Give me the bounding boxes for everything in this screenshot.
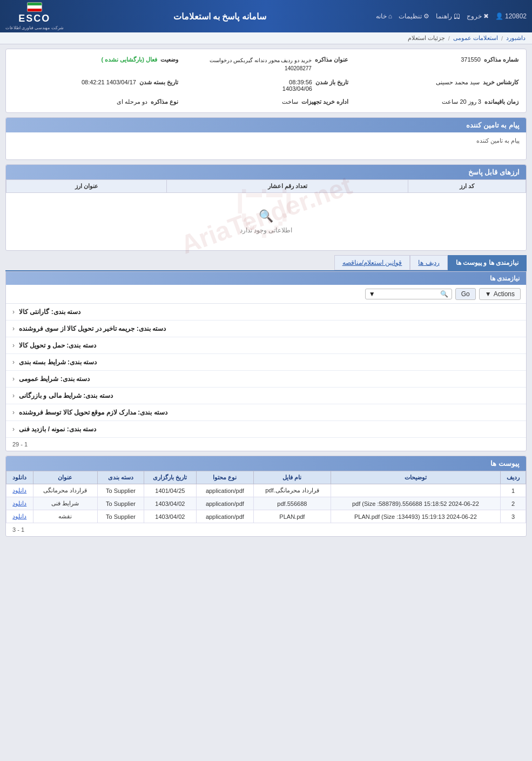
cell-tozih [331, 484, 500, 497]
shomare-label: شماره مذاکره [484, 56, 518, 63]
now-mozakere-label: نوع مذاکره [151, 98, 178, 105]
header-navigation: 120802 👤 ✖ خروج 🕮 راهنما ⚙ تنظیمات ⌂ خان… [376, 12, 527, 20]
edare-kharid-value: ساخت [282, 98, 298, 105]
tab-radif[interactable]: ردیف ها [410, 255, 447, 270]
peyam-label: پیام به تامین کننده [476, 137, 520, 144]
niazm-list-item[interactable]: دسته بندی: حمل و تحویل کالا‹ [6, 337, 526, 354]
breadcrumb-current: جزئیات استعلام [408, 35, 445, 42]
download-link[interactable]: دانلود [12, 487, 26, 493]
niazm-row-text: دسته بندی: شرایط عمومی [19, 375, 90, 383]
karshennas-value: سید محمد حسینی [436, 79, 480, 86]
peyvastha-table: ردیف توضیحات نام فایل نوع محتوا تاریخ با… [6, 471, 526, 523]
download-link[interactable]: دانلود [12, 500, 26, 506]
search-dropdown-icon: ▼ [369, 290, 375, 298]
cell-tarikh: 1403/04/02 [144, 510, 196, 523]
edare-kharid-field: اداره خرید تجهیزات ساخت [184, 97, 348, 107]
cell-danload[interactable]: دانلود [6, 510, 33, 523]
niazm-list-item[interactable]: دسته بندی: نمونه / بازدید فنی‹ [6, 421, 526, 438]
peyam-section: پیام به تامین کننده پیام به تامین کننده [5, 117, 527, 160]
niazm-row-text: دسته بندی: جریمه تاخیر در تحویل کالا از … [19, 325, 166, 332]
arzha-col-onvan: عنوان ارز [6, 180, 167, 193]
peyvastha-col-radif: ردیف [501, 471, 526, 484]
cell-radif: 3 [501, 510, 526, 523]
tarikh-baste-field: تاریخ بسته شدن 1403/04/17 08:42:21 [14, 77, 178, 94]
peyvastha-col-tozih: توضیحات [331, 471, 500, 484]
peyvastha-col-nowmohva: نوع محتوا [196, 471, 253, 484]
cell-nowmohva: application/pdf [196, 497, 253, 510]
arzha-col-kod: کد ارز [408, 180, 526, 193]
peyvastha-header: پیوست ها [6, 456, 526, 471]
chevron-right-icon: ‹ [12, 375, 15, 383]
search-input[interactable] [375, 290, 440, 298]
cell-onvan: شرایط فنی [33, 497, 97, 510]
tarikh-baz-field: تاریخ باز شدن 08:39:56 1403/04/06 [184, 77, 348, 94]
actions-chevron-icon: ▼ [485, 290, 491, 298]
shomare-field: شماره مذاکره 371550 [354, 55, 518, 74]
peyvastha-col-onvan: عنوان [33, 471, 97, 484]
niazm-section: نیازمندی ها ▼ 🔍 Go ▼ Actions دسته بندی: … [5, 271, 527, 451]
niazm-list-item[interactable]: دسته بندی: مدارک لازم موقع تحویل کالا تو… [6, 404, 526, 421]
niazm-row-text: دسته بندی: شرایط مالی و بازرگانی [19, 392, 113, 399]
tab-qavanim[interactable]: قوانین استعلام/مناقصه [334, 255, 410, 270]
cell-daste: To Supplier [97, 497, 144, 510]
tarikh-baz-value: 08:39:56 1403/04/06 [282, 79, 312, 92]
tab-niazm[interactable]: نیازمندی ها و پیوست ها [448, 255, 527, 270]
niazm-list-item[interactable]: دسته بندی: شرایط بسته بندی‹ [6, 354, 526, 371]
zaman-label: زمان باقیمانده [484, 98, 518, 105]
exit-button[interactable]: ✖ خروج [467, 12, 489, 20]
chevron-right-icon: ‹ [12, 392, 15, 399]
search-icon: 🔍 [440, 290, 448, 298]
search-empty-icon: 🔍 [23, 209, 510, 223]
onvan-field: عنوان مذاکره خرید دو ردیف محور دندانه گی… [184, 55, 348, 74]
peyam-body: پیام به تامین کننده [6, 132, 526, 159]
arzha-header: ارزهای قابل پاسخ [6, 165, 526, 179]
tarikh-baste-label: تاریخ بسته شدن [139, 79, 178, 86]
help-button[interactable]: 🕮 راهنما [436, 12, 460, 20]
shomare-value: 371550 [461, 56, 481, 63]
actions-button[interactable]: ▼ Actions [479, 288, 521, 300]
logo: ESCO شرکت مهندسی فناوری اطلاعات [5, 2, 64, 30]
niazm-list-item[interactable]: دسته بندی: جریمه تاخیر در تحویل کالا از … [6, 321, 526, 337]
arzha-col-tedad: تعداد رقم اعشار [167, 180, 408, 193]
download-link[interactable]: دانلود [12, 513, 26, 519]
onvan-label: عنوان مذاکره [315, 56, 348, 63]
cell-radif: 2 [501, 497, 526, 510]
cell-tarikh: 1401/04/25 [144, 484, 196, 497]
breadcrumb-dashboard[interactable]: داشبورد [506, 35, 526, 42]
niazm-row-text: دسته بندی: حمل و تحویل کالا [19, 342, 96, 349]
niazm-row-text: دسته بندی: مدارک لازم موقع تحویل کالا تو… [19, 409, 167, 416]
home-button[interactable]: ⌂ خانه [376, 12, 392, 20]
cell-namefile: PLAN.pdf [254, 510, 331, 523]
niazm-rows-container: دسته بندی: گارانتی کالا‹دسته بندی: جریمه… [6, 304, 526, 438]
niazm-list-item[interactable]: دسته بندی: گارانتی کالا‹ [6, 304, 526, 321]
peyvastha-col-danload: دانلود [6, 471, 33, 484]
zaman-value: 3 روز 20 ساعت [442, 98, 481, 105]
cell-nowmohva: application/pdf [196, 484, 253, 497]
chevron-right-icon: ‹ [12, 358, 15, 366]
niazm-list-item[interactable]: دسته بندی: شرایط عمومی‹ [6, 371, 526, 388]
vaziat-field: وضعیت فعال (بارگشایی نشده ) [14, 55, 178, 74]
cell-nowmohva: application/pdf [196, 510, 253, 523]
peyvastha-col-daste: دسته بندی [97, 471, 144, 484]
breadcrumb-estellamat[interactable]: استعلامات عمومی [453, 35, 498, 42]
page-title: سامانه پاسخ به استعلامات [173, 11, 266, 22]
cell-daste: To Supplier [97, 510, 144, 523]
arzha-section: ارزهای قابل پاسخ 🛡 AriaTender.net کد ارز… [5, 164, 527, 251]
go-button[interactable]: Go [455, 288, 476, 300]
main-content: شماره مذاکره 371550 عنوان مذاکره خرید دو… [0, 44, 532, 545]
table-row: 2 pdf (Size :588789).556688 15:18:52 202… [6, 497, 526, 510]
cell-onvan: قرارداد محرمانگی [33, 484, 97, 497]
zaman-field: زمان باقیمانده 3 روز 20 ساعت [354, 97, 518, 107]
cell-daste: To Supplier [97, 484, 144, 497]
cell-danload[interactable]: دانلود [6, 497, 33, 510]
cell-danload[interactable]: دانلود [6, 484, 33, 497]
tarikh-baste-value: 1403/04/17 08:42:21 [82, 79, 136, 85]
peyvastha-col-tarikh: تاریخ بارگزاری [144, 471, 196, 484]
karshennas-field: کارشناس خرید سید محمد حسینی [354, 77, 518, 94]
niazm-list-item[interactable]: دسته بندی: شرایط مالی و بازرگانی‹ [6, 388, 526, 404]
arzha-table: کد ارز تعداد رقم اعشار عنوان ارز 🔍 اطلاع… [6, 179, 526, 250]
niazm-search-box[interactable]: ▼ 🔍 [365, 289, 452, 299]
now-mozakere-value: دو مرحله ای [117, 98, 147, 105]
niazm-toolbar: ▼ 🔍 Go ▼ Actions [6, 285, 526, 304]
settings-button[interactable]: ⚙ تنظیمات [399, 12, 429, 20]
